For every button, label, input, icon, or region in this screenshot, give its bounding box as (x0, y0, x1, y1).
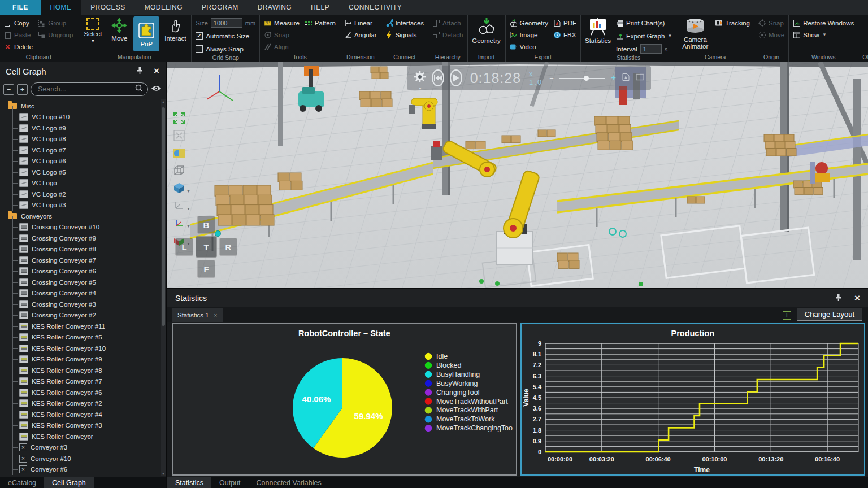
import-geometry-button[interactable]: Geometry (471, 16, 502, 44)
show-button[interactable]: Show▼ (792, 29, 855, 40)
play-button[interactable] (450, 69, 462, 86)
pnp-button[interactable]: PnP (133, 16, 159, 51)
size-input[interactable] (211, 18, 242, 28)
menu-tab-modeling[interactable]: MODELING (135, 0, 192, 15)
tree-item-kes-roller-conveyor-4[interactable]: KES Roller Conveyor #4 (0, 409, 166, 420)
export-pdf-viewport-icon[interactable] (622, 73, 630, 84)
tree-item-kes-roller-conveyor-7[interactable]: KES Roller Conveyor #7 (0, 376, 166, 387)
fill-view-icon[interactable] (172, 129, 186, 142)
tree-item-kes-roller-conveyor-11[interactable]: KES Roller Conveyor #11 (0, 321, 166, 332)
speed-slider[interactable] (559, 78, 605, 79)
tree-item-kes-roller-conveyor-3[interactable]: KES Roller Conveyor #3 (0, 420, 166, 432)
interval-input[interactable] (640, 44, 662, 54)
interfaces-button[interactable]: Interfaces (384, 18, 426, 28)
tree-item-vc-logo-3[interactable]: VC Logo #3 (0, 200, 166, 211)
tree-item-crossing-conveyor-5[interactable]: Crossing Conveyor #5 (0, 277, 166, 288)
detach-button[interactable]: Detach (431, 29, 464, 40)
tree-item-crossing-conveyor-10[interactable]: Crossing Conveyor #10 (0, 222, 166, 233)
group-button[interactable]: Group (37, 18, 74, 28)
tree-item-vc-logo-6[interactable]: VC Logo #6 (0, 156, 166, 167)
tree-item-vc-logo-10[interactable]: VC Logo #10 (0, 112, 166, 123)
dock-tab-output[interactable]: Output (211, 477, 249, 488)
viewport-extra-icon[interactable] (636, 73, 644, 83)
menu-tab-process[interactable]: PROCESS (81, 0, 134, 15)
tree-item-kes-roller-conveyor-8[interactable]: KES Roller Conveyor #8 (0, 365, 166, 376)
export-pdf-button[interactable]: PDF (552, 18, 578, 28)
tab-statistics-1[interactable]: Statistics 1× (172, 308, 223, 322)
fit-view-icon[interactable] (172, 112, 186, 124)
menu-tab-program[interactable]: PROGRAM (192, 0, 248, 15)
pattern-button[interactable]: Pattern (303, 18, 337, 28)
nav-left-button[interactable]: L (175, 238, 193, 256)
panel-tab-ecatalog[interactable]: eCatalog (0, 477, 44, 488)
tracking-button[interactable]: Tracking (714, 18, 751, 28)
align-button[interactable]: Align (263, 41, 301, 52)
speed-plus[interactable]: + (611, 73, 616, 83)
close-statistics-icon[interactable]: × (854, 294, 860, 302)
shaded-cube-icon[interactable]: ▼ (172, 182, 186, 194)
linear-button[interactable]: Linear (343, 18, 378, 28)
copy-button[interactable]: Copy (3, 18, 34, 28)
reset-simulation-button[interactable] (432, 69, 444, 86)
export-fbx-button[interactable]: FBX (552, 29, 578, 40)
camera-animator-button[interactable]: Camera Animator (679, 16, 711, 50)
tree-item-crossing-conveyor-7[interactable]: Crossing Conveyor #7 (0, 255, 166, 266)
tree-item-kes-roller-conveyor-2[interactable]: KES Roller Conveyor #2 (0, 398, 166, 409)
tree-item-kes-roller-conveyor-5[interactable]: KES Roller Conveyor #5 (0, 332, 166, 343)
collapse-all-button[interactable]: − (3, 84, 14, 95)
nav-back-button[interactable]: B (197, 216, 215, 234)
settings-gear-icon[interactable]: ▼ (414, 71, 426, 85)
print-charts-button[interactable]: Print Chart(s) (615, 18, 673, 28)
tree-item-vc-logo-2[interactable]: VC Logo #2 (0, 189, 166, 200)
add-chart-icon[interactable]: + (783, 311, 791, 320)
export-graph-button[interactable]: Export Graph▼ (615, 30, 673, 41)
tree-item-crossing-conveyor-8[interactable]: Crossing Conveyor #8 (0, 244, 166, 255)
tree-item-kes-roller-conveyor-9[interactable]: KES Roller Conveyor #9 (0, 354, 166, 365)
wireframe-cube-icon[interactable] (172, 164, 186, 177)
tree-item-conveyor-10[interactable]: ×Conveyor #10 (0, 453, 166, 464)
tree-item-vc-logo-7[interactable]: VC Logo #7 (0, 145, 166, 156)
nav-front-button[interactable]: F (197, 260, 215, 278)
render-mode-icon[interactable] (172, 147, 186, 159)
tree-item-conveyor-6[interactable]: ×Conveyor #6 (0, 464, 166, 476)
tree-item-crossing-conveyor-9[interactable]: Crossing Conveyor #9 (0, 233, 166, 244)
close-tab-icon[interactable]: × (214, 312, 218, 319)
tree-item-crossing-conveyor-3[interactable]: Crossing Conveyor #3 (0, 299, 166, 310)
menu-tab-connectivity[interactable]: CONNECTIVITY (339, 0, 411, 15)
interact-button[interactable]: Interact (162, 16, 188, 42)
close-panel-icon[interactable]: × (154, 67, 159, 75)
search-box[interactable] (31, 82, 148, 96)
viewport-3d[interactable]: ▼ 0:18:28 x 1.0 − + (167, 62, 868, 288)
snap-button[interactable]: Snap (263, 29, 301, 40)
ungroup-button[interactable]: Ungroup (37, 29, 74, 40)
angular-button[interactable]: Angular (343, 29, 378, 40)
expand-all-button[interactable]: + (17, 84, 28, 95)
tree-scrollbar[interactable]: ▲▼ (161, 99, 166, 476)
frame-axes-icon[interactable]: ▼ (172, 199, 186, 212)
export-image-button[interactable]: Image (509, 29, 550, 40)
nav-orbit-dot[interactable] (215, 230, 221, 237)
always-snap-checkbox[interactable]: Always Snap (194, 43, 257, 54)
attach-button[interactable]: Attach (431, 18, 464, 28)
origin-move-button[interactable]: Move (757, 29, 785, 40)
menu-tab-file[interactable]: FILE (0, 0, 41, 15)
nav-top-button[interactable]: T (196, 236, 217, 258)
export-geometry-button[interactable]: Geometry (509, 18, 550, 28)
tree-item-crossing-conveyor-2[interactable]: Crossing Conveyor #2 (0, 310, 166, 321)
tree-item-vc-logo-5[interactable]: VC Logo #5 (0, 167, 166, 178)
visibility-eye-icon[interactable] (151, 84, 162, 94)
tree-folder-conveyors[interactable]: −Conveyors (0, 211, 166, 222)
origin-snap-button[interactable]: Snap (757, 18, 785, 28)
dock-tab-statistics[interactable]: Statistics (167, 477, 211, 488)
pin-icon[interactable] (136, 66, 144, 76)
tree-item-crossing-conveyor-6[interactable]: Crossing Conveyor #6 (0, 266, 166, 277)
menu-tab-help[interactable]: HELP (301, 0, 339, 15)
tree-item-conveyor-3[interactable]: ×Conveyor #3 (0, 442, 166, 454)
pin-statistics-icon[interactable] (835, 293, 842, 303)
tree-item-kes-roller-conveyor[interactable]: KES Roller Conveyor (0, 431, 166, 442)
search-input[interactable] (38, 85, 132, 93)
tree-item-kes-roller-conveyor-6[interactable]: KES Roller Conveyor #6 (0, 387, 166, 398)
restore-windows-button[interactable]: Restore Windows (792, 18, 855, 28)
paste-button[interactable]: Paste (3, 29, 34, 40)
delete-button[interactable]: ×Delete (3, 41, 34, 52)
